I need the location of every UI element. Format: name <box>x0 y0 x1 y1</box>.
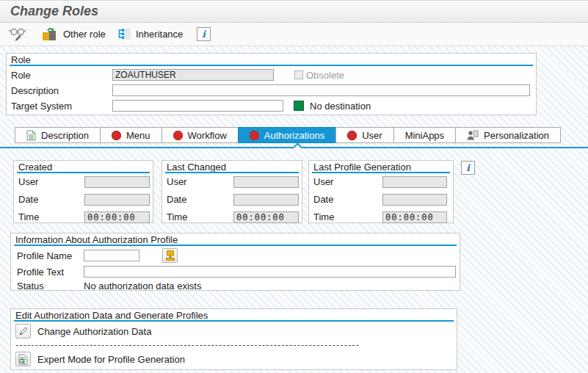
date-label: Date <box>167 194 186 206</box>
no-destination-label: No destination <box>310 101 371 112</box>
tab-label: Description <box>41 130 89 141</box>
profile-info-header: Information About Authorization Profile <box>15 234 178 245</box>
info-button[interactable]: i <box>197 25 211 43</box>
profile-text-label: Profile Text <box>17 267 64 278</box>
document-icon <box>26 130 36 141</box>
role-field-label: Role <box>11 70 31 82</box>
section-info-button[interactable]: i <box>461 159 475 176</box>
last-profile-generation-header: Last Profile Generation <box>313 162 411 173</box>
edit-auth-underline <box>14 320 454 322</box>
date-label: Date <box>18 194 38 206</box>
last-gen-user-field <box>382 176 447 188</box>
inheritance-label: Inheritance <box>136 29 183 40</box>
red-status-icon <box>112 131 121 140</box>
last-changed-time-field: 00:00:00 <box>233 211 299 223</box>
time-label: Time <box>18 211 39 223</box>
red-status-icon <box>173 131 183 140</box>
pencil-icon <box>18 326 29 336</box>
expert-mode-button[interactable] <box>15 352 31 366</box>
profile-text-field[interactable] <box>84 266 456 278</box>
last-profile-generation-groupbox: Last Profile Generation User Date Time 0… <box>308 160 454 223</box>
tabstrip: Description Menu Workflow Authorizations… <box>15 127 561 143</box>
user-label: User <box>18 176 38 188</box>
sap-change-roles-window: Change Roles Other role <box>0 0 588 373</box>
tab-label: User <box>362 130 382 141</box>
edit-auth-header: Edit Authorization Data and Generate Pro… <box>15 310 208 321</box>
change-authorization-data-label: Change Authorization Data <box>37 326 151 338</box>
tab-label: Workflow <box>188 130 227 141</box>
created-time-field: 00:00:00 <box>84 211 150 223</box>
last-profile-generation-underline <box>312 172 450 173</box>
created-header: Created <box>18 162 52 173</box>
date-label: Date <box>313 194 333 206</box>
other-role-icon <box>41 26 58 42</box>
last-changed-header: Last Changed <box>167 162 226 173</box>
stamp-icon <box>165 250 175 261</box>
profile-name-label: Profile Name <box>17 250 72 262</box>
tab-workflow[interactable]: Workflow <box>161 127 239 143</box>
display-change-button[interactable] <box>8 25 28 43</box>
time-label: Time <box>167 211 187 223</box>
time-label: Time <box>313 211 334 223</box>
user-label: User <box>167 176 186 188</box>
other-role-label: Other role <box>63 29 106 40</box>
last-changed-groupbox: Last Changed User Date Time 00:00:00 <box>161 160 302 223</box>
last-changed-user-field <box>233 176 299 188</box>
tab-label: MiniApps <box>405 130 444 141</box>
last-changed-underline <box>165 172 299 173</box>
info-icon: i <box>197 27 211 41</box>
expert-mode-label: Expert Mode for Profile Generation <box>37 354 185 366</box>
target-system-field[interactable] <box>112 100 283 112</box>
status-label: Status <box>17 280 44 292</box>
profile-name-field[interactable] <box>84 250 139 261</box>
info-icon: i <box>461 161 475 175</box>
document-magnifier-icon <box>18 354 28 365</box>
role-groupbox-underline <box>10 65 533 66</box>
page-title: Change Roles <box>10 4 98 19</box>
separator-dashes: ----------------------------------------… <box>15 339 384 350</box>
created-date-field <box>84 194 150 206</box>
description-field-label: Description <box>11 85 59 97</box>
user-label: User <box>313 176 333 188</box>
obsolete-checkbox <box>294 70 303 79</box>
description-field[interactable] <box>112 84 530 96</box>
tab-label: Menu <box>126 130 150 141</box>
last-gen-time-field: 00:00:00 <box>382 211 447 223</box>
green-status-square-icon <box>294 101 304 111</box>
tab-miniapps[interactable]: MiniApps <box>393 127 456 143</box>
profile-info-underline <box>14 245 457 246</box>
last-gen-date-field <box>382 194 447 206</box>
tab-label: Authorizations <box>264 130 324 141</box>
role-field: ZOAUTHUSER <box>112 69 274 81</box>
red-status-icon <box>347 131 357 140</box>
inheritance-icon <box>117 28 131 40</box>
profile-info-groupbox: Information About Authorization Profile … <box>10 233 460 291</box>
tab-personalization[interactable]: Personalization <box>455 127 561 143</box>
role-groupbox-header: Role <box>11 54 31 65</box>
role-groupbox: Role Role ZOAUTHUSER Obsolete Descriptio… <box>6 53 537 115</box>
red-status-icon <box>250 131 259 140</box>
tab-label: Personalization <box>484 130 549 141</box>
tab-menu[interactable]: Menu <box>100 127 162 143</box>
edit-auth-groupbox: Edit Authorization Data and Generate Pro… <box>10 308 457 370</box>
last-changed-date-field <box>233 194 299 206</box>
change-authorization-data-button[interactable] <box>15 324 31 338</box>
created-user-field <box>84 176 150 188</box>
tab-user[interactable]: User <box>335 127 393 143</box>
tab-description[interactable]: Description <box>15 127 101 143</box>
status-value: No authorization data exists <box>84 280 201 292</box>
obsolete-label: Obsolete <box>306 70 344 82</box>
tab-authorizations[interactable]: Authorizations <box>238 127 336 143</box>
person-icon <box>467 130 479 140</box>
other-role-button[interactable]: Other role <box>41 25 106 43</box>
app-toolbar: Other role Inheritance i <box>0 23 588 46</box>
glasses-pencil-icon <box>8 26 28 42</box>
titlebar: Change Roles <box>0 1 588 23</box>
propose-profile-name-button[interactable] <box>162 248 178 263</box>
inheritance-button[interactable]: Inheritance <box>117 25 183 43</box>
target-system-field-label: Target System <box>11 101 72 112</box>
created-underline <box>17 172 150 173</box>
created-groupbox: Created User Date Time 00:00:00 <box>13 160 153 223</box>
